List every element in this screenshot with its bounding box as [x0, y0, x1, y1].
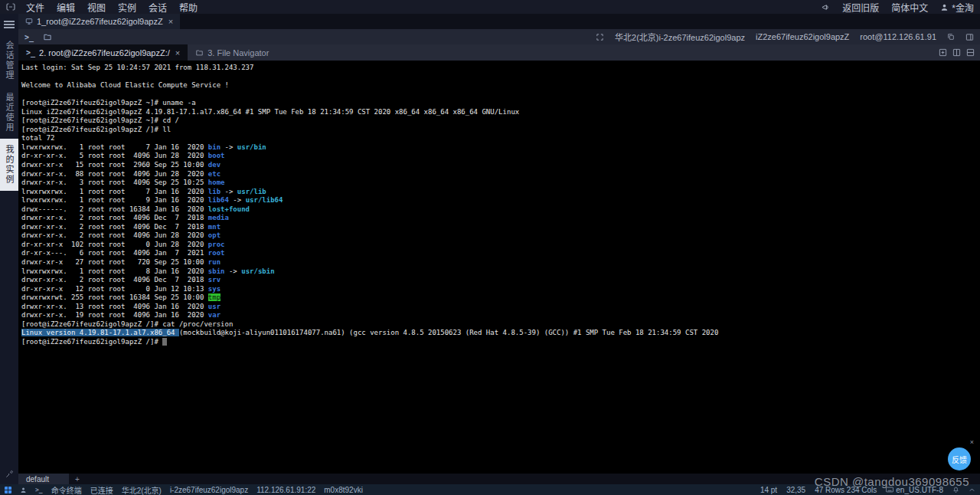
file-manager-icon[interactable] — [43, 33, 52, 41]
terminal-line: drwx------. 2 root root 16384 Jan 16 202… — [21, 205, 980, 215]
terminal-line: [root@iZ2ze67ifeuz62igol9apzZ /]# — [21, 338, 980, 347]
terminal-line: dr-xr-xr-x. 5 root root 4096 Jun 28 2020… — [21, 152, 980, 161]
terminal-line: drwxr-xr-x. 2 root root 4096 Dec 7 2018 … — [21, 214, 980, 223]
terminal-line: total 72 — [21, 134, 980, 143]
connection-tab-bar: 1_root@iZ2ze67ifeuz62igol9apzZ × — [18, 14, 980, 29]
terminal-output[interactable]: Last login: Sat Sep 25 10:24:57 2021 fro… — [18, 61, 980, 474]
tab-file-navigator[interactable]: 3. File Navigator — [188, 44, 276, 61]
sidebar-item-recently-used[interactable]: 最近使用 — [0, 87, 18, 139]
status-connection-state[interactable]: 已连接 — [90, 484, 113, 495]
terminal-line: Welcome to Alibaba Cloud Elastic Compute… — [21, 81, 980, 90]
terminal-line: drwxr-xr-x 27 root root 720 Sep 25 10:00… — [21, 258, 980, 267]
close-connection-tab-icon[interactable]: × — [167, 17, 173, 26]
add-pane-icon[interactable] — [939, 48, 947, 57]
keyboard-icon — [886, 487, 893, 493]
terminal-line: Linux iZ2ze67ifeuz62igol9apzZ 4.19.81-17… — [21, 108, 980, 117]
session-tab-default[interactable]: default — [18, 474, 69, 484]
terminal-line — [21, 73, 980, 82]
connection-tab[interactable]: 1_root@iZ2ze67ifeuz62igol9apzZ × — [18, 14, 180, 29]
status-cursor-position[interactable]: 32,35 — [786, 486, 805, 494]
alibaba-cloud-logo-icon — [6, 2, 15, 11]
left-sidebar: 会话管理 最近使用 我的实例 — [0, 14, 18, 484]
add-session-tab-button[interactable]: + — [69, 474, 86, 484]
copy-icon[interactable] — [947, 33, 955, 41]
status-terminal-type[interactable]: 命令终端 — [51, 484, 82, 495]
terminal-line: lrwxrwxrwx. 1 root root 7 Jan 16 2020 bi… — [21, 143, 980, 152]
menu-view[interactable]: 视图 — [87, 1, 106, 14]
terminal-line: Linux version 4.19.81-17.1.al7.x86_64 (m… — [21, 329, 980, 338]
terminal-line — [21, 90, 980, 100]
session-tab-row: default + — [18, 474, 980, 484]
workbench-window: 文件 编辑 视图 实例 会话 帮助 返回旧版 简体中文 *金淘 会话管理 — [0, 0, 980, 495]
menu-instance[interactable]: 实例 — [118, 1, 136, 14]
terminal-line: drwxr-xr-x. 88 root root 4096 Jun 28 202… — [21, 170, 980, 179]
terminal-line: drwxr-xr-x. 3 root root 4096 Sep 25 10:2… — [21, 179, 980, 188]
feedback-dismiss-icon[interactable]: × — [970, 439, 974, 446]
terminal-icon: >_ — [26, 48, 35, 57]
region-instance-id-label: 华北2(北京)i-2ze67ifeuz62igol9apz — [615, 31, 745, 43]
terminal-status-icon[interactable]: >_ — [35, 487, 43, 493]
sidebar-item-session-management[interactable]: 会话管理 — [0, 34, 18, 87]
connection-tab-label: 1_root@iZ2ze67ifeuz62igol9apzZ — [37, 17, 163, 26]
sidebar-item-my-instances[interactable]: 我的实例 — [0, 139, 18, 191]
menu-bar-right: 返回旧版 简体中文 *金淘 — [822, 1, 974, 14]
user-avatar-icon — [940, 3, 949, 11]
terminal-line: lrwxrwxrwx. 1 root root 9 Jan 16 2020 li… — [21, 196, 980, 205]
status-rows-cols[interactable]: 47 Rows 234 Cols — [815, 486, 877, 494]
terminal-line: drwxr-xr-x. 19 root root 4096 Jan 16 202… — [21, 311, 980, 320]
terminal-line: drwxr-xr-x 15 root root 2960 Sep 25 10:0… — [21, 161, 980, 170]
terminal-line: [root@iZ2ze67ifeuz62igol9apzZ /]# ll — [21, 126, 980, 135]
terminal-line: lrwxrwxrwx. 1 root root 8 Jan 16 2020 sb… — [21, 267, 980, 277]
terminal-tab-bar: >_ 2. root@iZ2ze67ifeuz62igol9apzZ:/ × 3… — [18, 44, 980, 61]
terminal-line: drwxr-xr-x. 2 root root 4096 Dec 7 2018 … — [21, 223, 980, 232]
language-switcher[interactable]: 简体中文 — [891, 1, 928, 14]
announcement-icon[interactable] — [822, 3, 830, 11]
panel-right-icon[interactable] — [965, 33, 974, 41]
terminal-line: dr-xr-x---. 6 root root 4096 Jan 7 2021 … — [21, 249, 980, 258]
status-region[interactable]: 华北2(北京) — [122, 484, 162, 495]
terminal-line: drwxr-xr-x. 2 root root 4096 Dec 7 2018 … — [21, 276, 980, 285]
status-bar: >_ 命令终端 已连接 华北2(北京) i-2ze67ifeuz62igol9a… — [0, 484, 980, 495]
user-status-icon[interactable] — [20, 487, 27, 493]
menu-session[interactable]: 会话 — [149, 1, 167, 14]
split-horizontal-icon[interactable] — [952, 48, 961, 57]
bell-icon[interactable] — [952, 487, 959, 493]
tools-icon[interactable] — [5, 470, 14, 478]
terminal-tab-label: 2. root@iZ2ze67ifeuz62igol9apzZ:/ — [39, 48, 170, 57]
session-toolbar: >_ 华北2(北京)i-2ze67ifeuz62igol9apz iZ2ze67… — [18, 29, 980, 44]
menu-file[interactable]: 文件 — [26, 1, 44, 14]
status-bar-right: 14 pt 32,35 47 Rows 234 Cols en_US.UTF-8 — [760, 486, 975, 494]
tab-terminal-session[interactable]: >_ 2. root@iZ2ze67ifeuz62igol9apzZ:/ × — [18, 44, 188, 61]
feedback-button[interactable]: 反馈 — [948, 447, 971, 470]
apps-grid-icon[interactable] — [5, 487, 11, 493]
status-session-id[interactable]: m0x8t92vki — [324, 486, 363, 494]
terminal-line: lrwxrwxrwx. 1 root root 7 Jan 16 2020 li… — [21, 188, 980, 197]
new-terminal-icon[interactable]: >_ — [24, 33, 34, 41]
status-font-size[interactable]: 14 pt — [760, 486, 777, 494]
menu-items: 文件 编辑 视图 实例 会话 帮助 — [26, 1, 198, 14]
split-vertical-icon[interactable] — [966, 48, 975, 57]
close-terminal-tab-icon[interactable]: × — [174, 48, 180, 57]
terminal-line: [root@iZ2ze67ifeuz62igol9apzZ ~]# cd / — [21, 116, 980, 126]
folder-icon — [195, 49, 204, 57]
status-instance-id[interactable]: i-2ze67ifeuz62igol9apz — [170, 486, 248, 494]
username-label[interactable]: *金淘 — [952, 1, 974, 14]
status-encoding[interactable]: en_US.UTF-8 — [896, 486, 943, 494]
pane-controls — [939, 44, 980, 61]
status-host-port[interactable]: 112.126.61.91:22 — [256, 486, 315, 494]
terminal-line: drwxr-xr-x. 2 root root 4096 Jun 28 2020… — [21, 231, 980, 241]
connection-user-host-label: root@112.126.61.91 — [860, 32, 936, 41]
terminal-line: dr-xr-xr-x 12 root root 0 Jun 12 10:13 s… — [21, 285, 980, 294]
terminal-line: [root@iZ2ze67ifeuz62igol9apzZ /]# cat /p… — [21, 320, 980, 329]
instance-hostname-label: iZ2ze67ifeuz62igol9apzZ — [756, 32, 849, 41]
fullscreen-icon[interactable] — [596, 33, 604, 41]
chevron-up-icon[interactable] — [969, 487, 975, 493]
back-to-old-version-link[interactable]: 返回旧版 — [842, 1, 879, 14]
menu-bar: 文件 编辑 视图 实例 会话 帮助 返回旧版 简体中文 *金淘 — [0, 0, 980, 14]
menu-edit[interactable]: 编辑 — [57, 1, 75, 14]
terminal-line: [root@iZ2ze67ifeuz62igol9apzZ ~]# uname … — [21, 99, 980, 108]
terminal-line: drwxr-xr-x. 13 root root 4096 Jan 16 202… — [21, 303, 980, 312]
menu-help[interactable]: 帮助 — [179, 1, 198, 14]
toolbar-connection-info: 华北2(北京)i-2ze67ifeuz62igol9apz iZ2ze67ife… — [596, 31, 974, 43]
collapse-sidebar-icon[interactable] — [4, 19, 15, 30]
